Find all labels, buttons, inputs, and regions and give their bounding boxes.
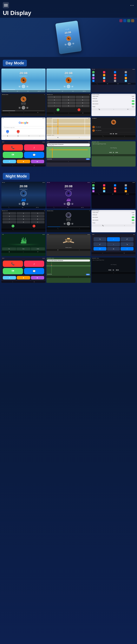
play-pause-btn[interactable]: ⏸ xyxy=(67,202,70,206)
af-icon[interactable]: AF xyxy=(67,207,68,208)
key-9[interactable]: 9 xyxy=(76,102,90,104)
phone-icon[interactable]: 📞 xyxy=(12,229,14,230)
key-7[interactable]: 7 xyxy=(2,218,16,220)
maps-carplay-night[interactable]: 🗺 xyxy=(3,268,23,274)
maps-app[interactable]: 🗺 xyxy=(92,187,94,190)
home-icon[interactable]: ⌂ xyxy=(79,137,80,138)
next-btn[interactable]: ▶▶ xyxy=(26,106,28,109)
app10[interactable]: ▶ xyxy=(103,77,105,79)
next-btn[interactable]: ▶▶ xyxy=(26,85,28,88)
phone-carplay-night[interactable]: 📞 xyxy=(3,260,23,267)
waze-app[interactable]: ◆ xyxy=(114,74,116,76)
arrow-bl[interactable]: ↙ xyxy=(94,242,106,246)
key-star[interactable]: * xyxy=(2,221,16,224)
music-icon[interactable]: ♪ xyxy=(23,112,24,113)
back-icon[interactable]: ◀ xyxy=(7,135,8,136)
key-3[interactable]: 3 xyxy=(31,212,44,214)
siri-icon[interactable]: ◎ xyxy=(34,165,35,166)
key-9[interactable]: 9 xyxy=(31,218,44,220)
afts-icon[interactable]: AFTS xyxy=(38,91,40,92)
ax-icon[interactable]: AX xyxy=(27,91,29,92)
photos-app[interactable]: ★ xyxy=(103,74,105,76)
bt-app[interactable]: BT xyxy=(125,187,127,190)
social-next[interactable]: ▶▶ xyxy=(115,133,118,134)
close-icon[interactable]: ✕ xyxy=(134,118,135,119)
answer-btn[interactable]: 📞 xyxy=(12,225,14,228)
music-app[interactable]: ♪ xyxy=(103,184,105,186)
settings-icon[interactable]: ⚙ xyxy=(82,112,83,114)
phone-icon[interactable]: 📞 xyxy=(99,109,100,110)
waze-app[interactable]: ◆ xyxy=(114,187,116,190)
google-search-bar[interactable]: 🔍 Search or type URL xyxy=(3,126,44,129)
hamburger-icon[interactable] xyxy=(4,4,8,6)
waze-carplay[interactable]: ◆ xyxy=(17,160,30,163)
key-hash[interactable]: # xyxy=(76,105,90,107)
back-icon[interactable]: ◀ xyxy=(9,251,10,252)
play-pause-btn[interactable]: ⏸ xyxy=(22,202,25,206)
key-2[interactable]: 2 xyxy=(62,96,75,98)
zoom-out[interactable]: − xyxy=(121,247,134,250)
dial-icon[interactable]: 📞 xyxy=(8,207,10,208)
dial-icon[interactable]: 📞 xyxy=(98,194,100,195)
home-icon[interactable]: ⌂ xyxy=(68,161,69,162)
nav-icon[interactable]: ◎ xyxy=(124,252,125,254)
menu-icon[interactable]: ☰ xyxy=(37,251,38,252)
home-icon[interactable]: ⌂ xyxy=(113,154,114,156)
auto-answer-toggle[interactable] xyxy=(132,100,134,102)
phone-app[interactable]: 📞 xyxy=(92,71,94,73)
app11[interactable]: ● xyxy=(114,190,116,192)
maps-app[interactable]: 🗺 xyxy=(92,74,94,76)
phone-icon[interactable]: 📞 xyxy=(57,228,59,229)
power-toggle[interactable] xyxy=(132,222,134,224)
next-btn[interactable]: ▶▶ xyxy=(72,42,74,45)
next-btn[interactable]: ▶▶ xyxy=(71,85,74,88)
close-icon[interactable]: ✕ xyxy=(44,210,45,211)
key-7[interactable]: 7 xyxy=(48,102,61,104)
af-icon[interactable]: AF xyxy=(112,194,114,195)
dial-icon[interactable]: 📞 xyxy=(53,207,55,208)
music-icon[interactable]: ♪ xyxy=(68,112,69,114)
app12[interactable]: ◆ xyxy=(125,190,127,192)
prev-btn[interactable]: ◀◀ xyxy=(18,106,21,109)
play-pause-btn[interactable]: ⏸ xyxy=(67,85,70,88)
key-6[interactable]: 6 xyxy=(31,215,44,218)
key-1[interactable]: 1 xyxy=(48,96,61,98)
prev-btn[interactable]: ◀◀ xyxy=(64,43,67,46)
arrow-br[interactable]: ↘ xyxy=(121,242,134,246)
afts-icon[interactable]: AFTS xyxy=(126,194,129,195)
phone-carplay[interactable]: 📞 xyxy=(3,144,23,151)
afts-icon[interactable]: AFTS xyxy=(128,83,130,84)
music-icon[interactable]: ♪ xyxy=(79,228,80,229)
phone-icon[interactable]: 📞 xyxy=(54,112,55,114)
key-8[interactable]: 8 xyxy=(17,218,30,220)
quick-link-1[interactable]: Site xyxy=(2,130,12,134)
power-toggle[interactable] xyxy=(132,106,134,108)
music-carplay-night[interactable]: ♪ xyxy=(24,260,44,267)
auto-connect-toggle[interactable] xyxy=(132,219,134,221)
auto-connect-toggle[interactable] xyxy=(132,103,134,105)
play-btn[interactable]: ▶ xyxy=(68,42,71,46)
next-btn[interactable]: ▶▶ xyxy=(71,222,74,225)
prev-btn[interactable]: ◀◀ xyxy=(18,203,21,205)
app16[interactable]: ◀ xyxy=(125,80,127,82)
app9[interactable]: ■ xyxy=(92,77,94,79)
key-hash[interactable]: # xyxy=(31,221,44,224)
key-5[interactable]: 5 xyxy=(62,99,75,101)
answer-btn[interactable]: 📞 xyxy=(56,108,60,111)
prev-btn[interactable]: ◀◀ xyxy=(18,85,21,88)
next-btn[interactable]: ▶▶ xyxy=(71,203,74,205)
close-icon[interactable]: ✕ xyxy=(89,210,90,211)
podcast-carplay[interactable]: 🎙 xyxy=(3,160,16,163)
turn-left[interactable]: ↰ xyxy=(94,237,106,242)
app14[interactable]: ■ xyxy=(103,80,105,82)
home-icon[interactable]: ⌂ xyxy=(113,272,114,274)
settings-app[interactable]: ⚙ xyxy=(125,184,127,186)
afts-icon[interactable]: AFTS xyxy=(36,207,39,208)
np-next[interactable]: ▶▶ xyxy=(116,151,118,153)
treble-btn[interactable]: Treble xyxy=(31,248,45,250)
prev-btn[interactable]: ◀◀ xyxy=(64,222,66,225)
play-btn[interactable]: ▶ xyxy=(22,106,25,110)
night-go-button[interactable]: GO xyxy=(86,274,90,275)
app12[interactable]: ◆ xyxy=(125,77,127,79)
hangup-btn[interactable]: 📞 xyxy=(32,225,35,228)
